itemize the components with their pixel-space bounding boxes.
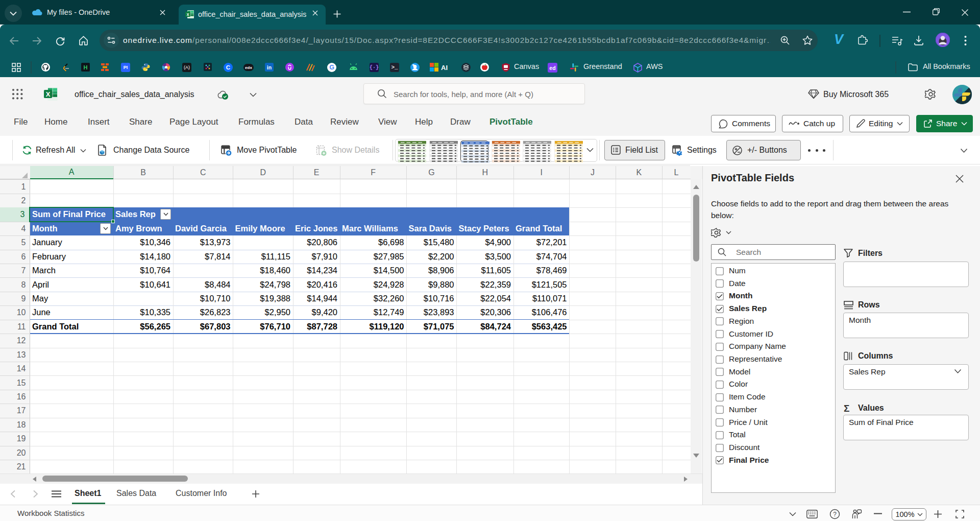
svg-text:?: ? (833, 511, 837, 518)
svg-text:AI: AI (441, 64, 448, 72)
svg-text:X: X (46, 90, 51, 98)
svg-text:G: G (329, 64, 334, 71)
svg-text:x: x (187, 12, 189, 17)
